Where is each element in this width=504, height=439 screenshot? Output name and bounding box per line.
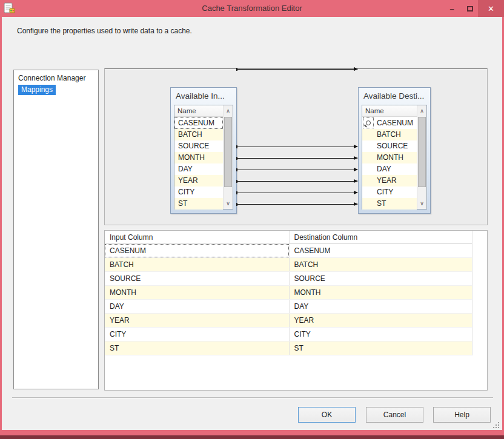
mapping-line[interactable] xyxy=(237,193,357,193)
table-cell-input[interactable]: MONTH xyxy=(105,286,289,299)
cancel-button[interactable]: Cancel xyxy=(366,407,423,423)
close-button[interactable]: ✕ xyxy=(478,0,504,17)
table-cell-destination[interactable]: DAY xyxy=(289,300,472,313)
footer-separator xyxy=(12,397,493,398)
scrollbar[interactable]: ∧ ∨ xyxy=(417,105,426,209)
table-cell-destination[interactable]: BATCH xyxy=(289,258,472,271)
mappings-table: Input Column Destination Column CASENUM … xyxy=(104,230,488,391)
destination-column-row[interactable]: DAY xyxy=(362,163,417,175)
destination-column-row[interactable]: BATCH xyxy=(362,129,417,140)
available-destination-columns-list: Name CASENUM BATCH SOURCE MONTH DAY YEAR… xyxy=(362,105,427,210)
table-cell-input[interactable]: CASENUM xyxy=(105,244,289,257)
input-column-row[interactable]: YEAR xyxy=(174,175,223,186)
input-column-row[interactable]: ST xyxy=(174,198,223,210)
table-cell-destination[interactable]: SOURCE xyxy=(289,272,472,285)
cache-transformation-editor-window: Cache Transformation Editor – ✕ Configur… xyxy=(0,0,504,439)
sidebar-item-mappings[interactable]: Mappings xyxy=(18,85,56,95)
destination-column-row[interactable]: SOURCE xyxy=(362,140,417,152)
input-rows: CASENUM BATCH SOURCE MONTH DAY YEAR CITY… xyxy=(174,117,223,209)
table-header-destination-column: Destination Column xyxy=(289,231,472,243)
scroll-up-button[interactable]: ∧ xyxy=(417,105,426,116)
table-cell-input[interactable]: SOURCE xyxy=(105,272,289,285)
dialog-description: Configure the properties used to write d… xyxy=(17,27,192,35)
window-title: Cache Transformation Editor xyxy=(0,0,504,17)
chevron-up-icon: ∧ xyxy=(226,108,230,114)
table-row: YEAR YEAR xyxy=(105,314,472,328)
ok-button[interactable]: OK xyxy=(298,407,356,423)
sidebar-item-connection-manager[interactable]: Connection Manager xyxy=(14,70,98,82)
close-icon: ✕ xyxy=(488,4,494,13)
table-cell-input[interactable]: CITY xyxy=(105,328,289,341)
chevron-down-icon: ∨ xyxy=(420,200,424,206)
window-bottom-edge xyxy=(0,435,504,439)
table-row: MONTH MONTH xyxy=(105,286,472,300)
mapping-line[interactable] xyxy=(237,147,357,147)
column-header-name: Name xyxy=(174,105,223,117)
table-header-row: Input Column Destination Column xyxy=(105,231,472,244)
mappings-grid: Input Column Destination Column CASENUM … xyxy=(105,231,472,355)
resize-grip[interactable] xyxy=(492,421,499,428)
index-lookup-icon-cell xyxy=(363,117,374,128)
table-row: ST ST xyxy=(105,342,472,355)
table-header-input-column: Input Column xyxy=(105,231,289,243)
scrollbar-thumb[interactable] xyxy=(418,117,426,187)
minimize-icon: – xyxy=(449,4,454,13)
available-destination-columns-title: Available Desti... xyxy=(359,88,430,101)
minimize-button[interactable]: – xyxy=(443,0,460,17)
destination-column-row[interactable]: YEAR xyxy=(362,175,417,186)
input-column-row[interactable]: CITY xyxy=(174,186,223,198)
mapping-line[interactable] xyxy=(237,69,357,70)
available-input-columns-title: Available In... xyxy=(171,88,236,101)
table-row: BATCH BATCH xyxy=(105,258,472,272)
scroll-down-button[interactable]: ∨ xyxy=(224,198,233,208)
table-cell-destination[interactable]: ST xyxy=(289,342,472,355)
table-row: DAY DAY xyxy=(105,300,472,314)
input-column-row[interactable]: SOURCE xyxy=(174,140,223,152)
destination-column-row[interactable]: CITY xyxy=(362,186,417,198)
magnifier-icon xyxy=(366,120,371,125)
maximize-button[interactable] xyxy=(462,0,479,17)
table-cell-destination[interactable]: YEAR xyxy=(289,314,472,327)
table-cell-input[interactable]: BATCH xyxy=(105,258,289,271)
destination-column-row[interactable]: CASENUM xyxy=(362,117,417,129)
titlebar: Cache Transformation Editor – ✕ xyxy=(0,0,504,17)
mapping-line[interactable] xyxy=(237,204,357,205)
table-cell-input[interactable]: DAY xyxy=(105,300,289,313)
help-button[interactable]: Help xyxy=(433,407,491,423)
maximize-icon xyxy=(467,6,473,12)
mapping-line[interactable] xyxy=(237,181,357,182)
input-column-row[interactable]: CASENUM xyxy=(174,117,223,129)
table-cell-destination[interactable]: MONTH xyxy=(289,286,472,299)
table-row: CITY CITY xyxy=(105,328,472,342)
scrollbar[interactable]: ∧ ∨ xyxy=(223,105,233,209)
destination-column-row[interactable]: ST xyxy=(362,198,417,210)
chevron-up-icon: ∧ xyxy=(420,108,424,114)
table-cell-input[interactable]: ST xyxy=(105,342,289,355)
mapping-line[interactable] xyxy=(237,158,357,159)
table-cell-input[interactable]: YEAR xyxy=(105,314,289,327)
mapping-line[interactable] xyxy=(237,170,357,170)
sidebar-panel: Connection Manager Mappings xyxy=(13,70,99,389)
column-header-name: Name xyxy=(362,105,417,117)
destination-column-row[interactable]: MONTH xyxy=(362,152,417,163)
scroll-down-button[interactable]: ∨ xyxy=(417,198,426,208)
available-destination-columns-box[interactable]: Available Desti... Name CASENUM BATCH SO… xyxy=(358,87,431,214)
input-column-row[interactable]: DAY xyxy=(174,163,223,175)
destination-rows: CASENUM BATCH SOURCE MONTH DAY YEAR CITY… xyxy=(362,117,417,209)
scroll-up-button[interactable]: ∧ xyxy=(224,105,233,116)
available-input-columns-list: Name CASENUM BATCH SOURCE MONTH DAY YEAR… xyxy=(174,105,233,210)
table-cell-destination[interactable]: CASENUM xyxy=(289,244,472,257)
available-input-columns-box[interactable]: Available In... Name CASENUM BATCH SOURC… xyxy=(170,87,237,214)
resize-grip-dots xyxy=(498,427,499,428)
mapping-canvas: Available In... Name CASENUM BATCH SOURC… xyxy=(104,68,488,225)
scrollbar-thumb[interactable] xyxy=(224,117,232,187)
table-row: CASENUM CASENUM xyxy=(105,244,472,258)
dialog-content: Configure the properties used to write d… xyxy=(2,17,502,430)
input-column-row[interactable]: MONTH xyxy=(174,152,223,163)
table-cell-destination[interactable]: CITY xyxy=(289,328,472,341)
chevron-down-icon: ∨ xyxy=(226,200,230,206)
destination-column-label: CASENUM xyxy=(377,119,413,127)
input-column-row[interactable]: BATCH xyxy=(174,129,223,140)
table-row: SOURCE SOURCE xyxy=(105,272,472,286)
